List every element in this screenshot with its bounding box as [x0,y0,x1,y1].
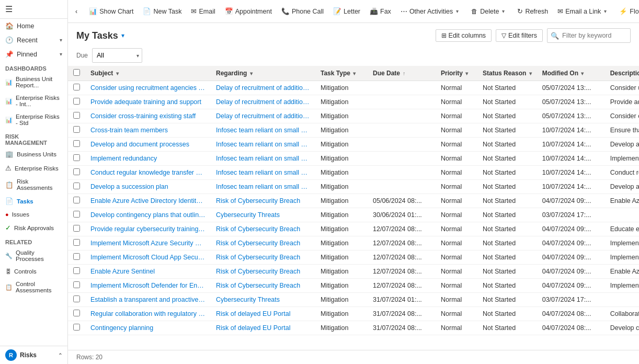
row-checkbox[interactable] [73,295,80,302]
row-regarding[interactable]: Infosec team reliant on small number of … [211,138,315,152]
sidebar-item-recent[interactable]: 🕐 Recent ▾ [0,33,67,47]
edit-filters-button[interactable]: ▽ Edit filters [496,29,543,42]
row-subject[interactable]: Cross-train team members [85,123,211,138]
email-button[interactable]: ✉ Email [187,5,219,17]
row-regarding[interactable]: Risk of delayed EU Portal [211,321,315,335]
new-task-button[interactable]: 📄 New Task [139,5,186,17]
th-modifiedon[interactable]: Modified On ▾ [537,66,605,81]
sidebar-item-risk-assessments[interactable]: 📋 Risk Assessments [0,175,67,194]
row-checkbox[interactable] [73,281,80,288]
row-subject[interactable]: Enable Azure Active Directory Identity P… [85,194,211,208]
sidebar-item-issues[interactable]: ● Issues [0,208,67,221]
sidebar-item-tasks[interactable]: 📄 Tasks [0,194,67,208]
row-subject[interactable]: Provide adequate training and support [85,95,211,109]
th-statusreason[interactable]: Status Reason ▾ [477,66,537,81]
row-checkbox[interactable] [73,140,80,147]
sidebar-item-enterprise-risks[interactable]: ⚠ Enterprise Risks [0,161,67,175]
edit-columns-button[interactable]: ⊞ Edit columns [436,29,492,42]
row-subject[interactable]: Conduct regular knowledge transfer sessi… [85,166,211,180]
row-subject[interactable]: Consider cross-training existing staff [85,109,211,123]
sidebar-item-pinned[interactable]: 📌 Pinned ▾ [0,47,67,61]
row-regarding[interactable]: Risk of Cybersecurity Breach [211,279,315,293]
sidebar-item-control-assessments[interactable]: 📋 Control Assessments [0,278,67,297]
menu-icon[interactable]: ☰ [5,5,13,14]
row-checkbox[interactable] [73,84,80,90]
row-subject[interactable]: Implement Microsoft Defender for Endpoin… [85,279,211,293]
fax-button[interactable]: 📠 Fax [366,5,395,17]
email-link-button[interactable]: ✉ Email a Link ▾ [553,5,611,17]
row-subject[interactable]: Implement Microsoft Azure Security Cente… [85,236,211,251]
row-regarding[interactable]: Risk of Cybersecurity Breach [211,222,315,236]
select-all-checkbox[interactable] [73,69,80,76]
row-subject[interactable]: Develop contingency plans that outline s… [85,208,211,222]
row-checkbox[interactable] [73,239,80,246]
row-subject[interactable]: Develop and document processes [85,138,211,152]
row-checkbox[interactable] [73,112,80,119]
row-checkbox[interactable] [73,225,80,232]
row-regarding[interactable]: Delay of recruitment of additional accou… [211,81,315,95]
row-regarding[interactable]: Infosec team reliant on small number of … [211,166,315,180]
th-regarding[interactable]: Regarding ▾ [211,66,315,81]
th-description[interactable]: Description ▾ [605,66,639,81]
row-regarding[interactable]: Delay of recruitment of additional accou… [211,109,315,123]
th-subject[interactable]: Subject ▾ [85,66,211,81]
row-regarding[interactable]: Cybersecurity Threats [211,208,315,222]
table-row: Contingency planning Risk of delayed EU … [68,321,639,335]
row-subject[interactable]: Contingency planning [85,321,211,335]
row-checkbox[interactable] [73,126,80,133]
row-subject[interactable]: Implement redundancy [85,152,211,166]
page-title-dropdown-icon[interactable]: ▾ [121,32,124,39]
row-regarding[interactable]: Risk of Cybersecurity Breach [211,265,315,279]
row-checkbox[interactable] [73,154,80,161]
row-checkbox[interactable] [73,253,80,260]
sidebar-item-risk-approvals[interactable]: ✓ Risk Approvals [0,221,67,235]
show-chart-button[interactable]: 📊 Show Chart [85,5,138,17]
letter-button[interactable]: 📝 Letter [329,5,364,17]
th-tasktype[interactable]: Task Type ▾ [315,66,368,81]
sidebar-item-business-unit-report[interactable]: 📊 Business Unit Report... [0,73,67,92]
row-regarding[interactable]: Cybersecurity Threats [211,293,315,307]
row-checkbox[interactable] [73,183,80,189]
th-duedate[interactable]: Due Date ↑ [368,66,436,81]
back-button[interactable]: ‹ [72,6,81,17]
row-subject[interactable]: Enable Azure Sentinel [85,265,211,279]
row-subject[interactable]: Consider using recruitment agencies or h… [85,81,211,95]
row-checkbox[interactable] [73,168,80,175]
sidebar-item-quality-processes[interactable]: 🔧 Quality Processes [0,246,67,265]
row-regarding[interactable]: Risk of delayed EU Portal [211,307,315,321]
table-wrapper[interactable]: Subject ▾ Regarding ▾ Task Type ▾ Due [68,66,639,350]
row-checkbox[interactable] [73,211,80,218]
row-regarding[interactable]: Infosec team reliant on small number of … [211,152,315,166]
refresh-button[interactable]: ↻ Refresh [513,5,552,17]
row-subject[interactable]: Develop a succession plan [85,180,211,194]
row-checkbox[interactable] [73,310,80,316]
sidebar-item-home[interactable]: 🏠 Home [0,19,67,33]
sidebar-item-enterprise-risks-int[interactable]: 📊 Enterprise Risks - Int... [0,92,67,110]
sidebar-footer[interactable]: R Risks ⌃ [0,346,67,364]
row-regarding[interactable]: Risk of Cybersecurity Breach [211,194,315,208]
row-regarding[interactable]: Delay of recruitment of additional accou… [211,95,315,109]
row-subject[interactable]: Implement Microsoft Cloud App Security [85,251,211,265]
sidebar-item-business-units[interactable]: 🏢 Business Units [0,147,67,161]
row-regarding[interactable]: Infosec team reliant on small number of … [211,180,315,194]
row-regarding[interactable]: Infosec team reliant on small number of … [211,123,315,138]
row-checkbox[interactable] [73,267,80,274]
row-subject[interactable]: Provide regular cybersecurity training t… [85,222,211,236]
phone-call-button[interactable]: 📞 Phone Call [277,5,328,17]
flow-button[interactable]: ⚡ Flow ▾ [615,5,639,17]
row-subject[interactable]: Establish a transparent and proactive co… [85,293,211,307]
delete-button[interactable]: 🗑 Delete ▾ [467,6,509,17]
row-checkbox[interactable] [73,98,80,105]
due-filter-select[interactable]: All Today This Week This Month Overdue [92,48,142,63]
row-checkbox[interactable] [73,197,80,203]
row-regarding[interactable]: Risk of Cybersecurity Breach [211,236,315,251]
sidebar-item-enterprise-risks-std[interactable]: 📊 Enterprise Risks - Std [0,110,67,129]
row-checkbox[interactable] [73,324,80,331]
th-priority[interactable]: Priority ▾ [436,66,477,81]
sidebar-item-controls[interactable]: 🎛 Controls [0,265,67,278]
row-regarding[interactable]: Risk of Cybersecurity Breach [211,251,315,265]
other-activities-button[interactable]: ⋯ Other Activities ▾ [396,5,463,17]
appointment-button[interactable]: 📅 Appointment [221,5,276,17]
keyword-filter-input[interactable] [547,28,631,43]
row-subject[interactable]: Regular collaboration with regulatory bo… [85,307,211,321]
